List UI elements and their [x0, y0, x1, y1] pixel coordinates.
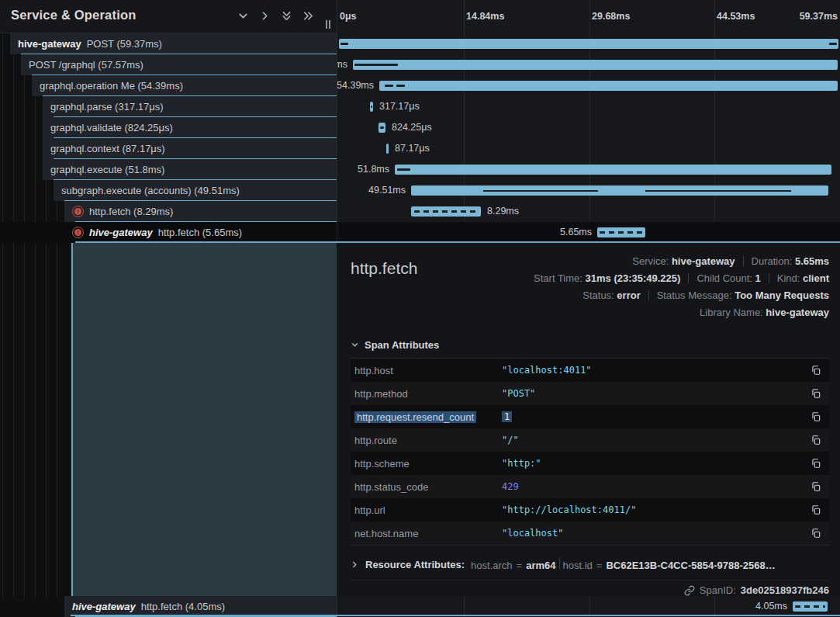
link-icon[interactable] — [684, 585, 695, 596]
span-duration-label: 49.51ms — [368, 180, 406, 201]
attribute-row: http.scheme"http:" — [351, 452, 829, 475]
span-meta-line: Library Name: hive-gateway — [534, 304, 829, 321]
meta-label: Child Count: — [697, 272, 755, 284]
trace-viewer: Service & Operation hive-gatewayPOST (59… — [0, 0, 840, 617]
attribute-value: "/" — [502, 435, 807, 445]
span-service-name: hive-gateway — [18, 38, 81, 50]
meta-value: hive-gateway — [766, 307, 829, 318]
attribute-key: http.url — [354, 504, 502, 516]
span-bar[interactable] — [597, 227, 645, 237]
timeline-row[interactable]: 317.17μs — [337, 96, 840, 117]
expand-all-icon[interactable] — [302, 9, 315, 23]
span-row[interactable]: hive-gatewayPOST (59.37ms) — [10, 33, 337, 54]
attribute-value: 429 — [502, 481, 807, 492]
span-row[interactable]: graphql.parse (317.17μs) — [43, 96, 337, 117]
span-row[interactable]: !http.fetch (8.29ms) — [64, 201, 337, 222]
timeline-row[interactable]: 824.25μs — [337, 117, 840, 138]
attribute-key: http.host — [354, 365, 502, 376]
span-service-name: hive-gateway — [72, 601, 136, 612]
chevron-right-icon[interactable] — [64, 602, 66, 612]
span-bar[interactable] — [379, 123, 385, 133]
copy-icon[interactable] — [807, 432, 824, 449]
copy-icon[interactable] — [807, 525, 824, 542]
span-row[interactable]: POST /graphql (57.57ms) — [21, 54, 337, 75]
copy-icon[interactable] — [807, 408, 824, 425]
chevron-down-icon[interactable] — [43, 165, 44, 175]
span-row[interactable]: graphql.validate (824.25μs) — [43, 117, 337, 138]
meta-label: Status: — [582, 289, 617, 301]
span-bar[interactable] — [386, 144, 389, 154]
attribute-row: http.url"http://localhost:4011/" — [351, 498, 829, 522]
attribute-row: http.host"localhost:4011" — [351, 359, 829, 382]
span-id-value: 3de02518937fb246 — [741, 584, 829, 596]
timeline-row[interactable]: 8.29ms — [337, 201, 840, 222]
resource-value: arm64 — [526, 560, 555, 571]
span-bar-mark — [340, 43, 348, 45]
span-bar[interactable] — [793, 601, 828, 612]
span-duration-label: 51.8ms — [358, 159, 389, 180]
chevron-right-icon[interactable] — [64, 207, 66, 217]
selected-row-border — [75, 241, 840, 243]
attribute-row: http.route"/" — [351, 428, 829, 452]
span-row[interactable]: graphql.context (87.17μs) — [43, 138, 337, 159]
ruler-tick: 14.84ms — [466, 0, 504, 33]
chevron-right-icon[interactable] — [64, 228, 66, 237]
meta-value: 1 — [755, 272, 761, 284]
resource-attributes-row[interactable]: Resource Attributes: host.arch=arm64host… — [351, 554, 829, 574]
span-service-name: hive-gateway — [89, 227, 153, 238]
span-meta-line: Status: errorStatus Message: Too Many Re… — [534, 287, 829, 304]
timeline-row[interactable]: 5.65ms — [337, 222, 840, 243]
span-bar[interactable] — [411, 185, 828, 196]
resource-attributes-title: Resource Attributes: — [365, 559, 465, 570]
timeline-row[interactable]: 51.8ms — [337, 159, 840, 180]
span-label: http.fetch (5.65ms) — [158, 227, 242, 238]
span-row[interactable]: graphql.execute (51.8ms) — [43, 159, 337, 180]
span-bar-mark — [483, 190, 598, 192]
span-row[interactable]: graphql.operation Me (54.39ms) — [32, 75, 337, 96]
error-icon: ! — [72, 227, 84, 238]
span-bar[interactable] — [395, 165, 831, 175]
copy-icon[interactable] — [807, 362, 824, 379]
span-meta-line: Service: hive-gatewayDuration: 5.65ms — [534, 253, 829, 270]
timeline-row[interactable]: 87.17μs — [337, 138, 840, 159]
span-bar-mark — [354, 64, 398, 66]
span-row[interactable]: !hive-gatewayhttp.fetch (5.65ms) — [64, 222, 337, 243]
meta-value: hive-gateway — [672, 255, 735, 267]
span-bar[interactable] — [411, 206, 481, 217]
chevron-down-icon[interactable] — [32, 81, 33, 91]
copy-icon[interactable] — [807, 455, 824, 472]
meta-value: Too Many Requests — [735, 289, 829, 301]
span-bar[interactable] — [370, 102, 373, 112]
timeline-row[interactable] — [337, 33, 840, 54]
expand-one-icon[interactable] — [258, 9, 271, 23]
panel-resize-handle[interactable] — [326, 19, 334, 29]
chevron-down-icon[interactable] — [10, 40, 12, 49]
span-attributes-title: Span Attributes — [365, 339, 439, 351]
chevron-down-icon[interactable] — [54, 186, 55, 196]
meta-label: Kind: — [777, 272, 803, 284]
span-label: http.fetch (4.05ms) — [141, 601, 225, 612]
timeline-row[interactable]: 57.57ms — [337, 54, 840, 75]
span-detail-left-area — [71, 243, 337, 596]
span-row[interactable]: hive-gatewayhttp.fetch (4.05ms) — [64, 596, 337, 617]
collapse-one-icon[interactable] — [237, 9, 250, 23]
copy-icon[interactable] — [807, 501, 824, 518]
span-row[interactable]: subgraph.execute (accounts) (49.51ms) — [54, 180, 337, 201]
span-bar-mark — [829, 43, 837, 45]
copy-icon[interactable] — [807, 385, 824, 402]
span-duration-label: 824.25μs — [392, 117, 432, 138]
span-bar-mark — [600, 231, 643, 234]
span-bar[interactable] — [379, 81, 838, 91]
attribute-value: "http:" — [502, 458, 807, 469]
timeline-row[interactable]: 49.51ms — [337, 180, 840, 201]
attribute-value: "localhost:4011" — [502, 365, 807, 376]
span-bar[interactable] — [339, 39, 838, 49]
collapse-all-icon[interactable] — [280, 9, 293, 23]
timeline-row[interactable]: 54.39ms — [337, 75, 840, 96]
copy-icon[interactable] — [807, 478, 824, 495]
attribute-row: http.request.resend_count1 — [351, 405, 829, 428]
tree-header-actions — [237, 9, 315, 23]
chevron-down-icon[interactable] — [21, 61, 22, 70]
span-bar[interactable] — [353, 60, 838, 70]
span-attributes-section-header[interactable]: Span Attributes — [351, 339, 829, 351]
